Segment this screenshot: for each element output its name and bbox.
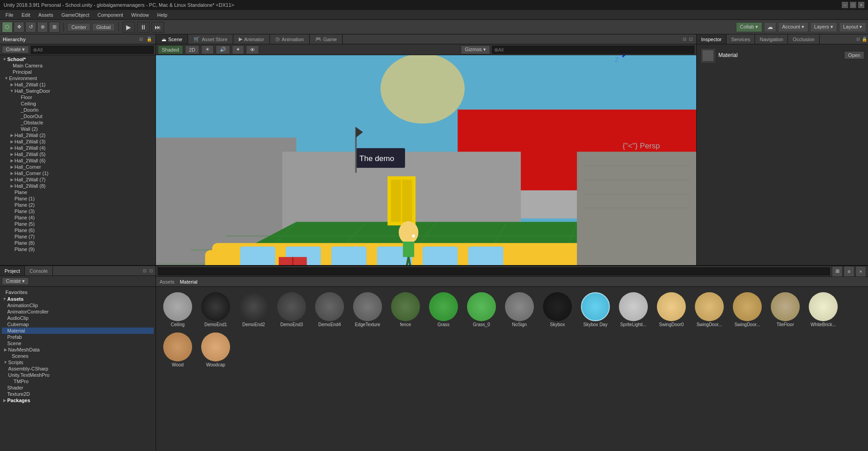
tree-item-principal[interactable]: Principal (0, 69, 156, 75)
tree-item-material[interactable]: Material (2, 328, 154, 334)
asset-item-ceiling[interactable]: Ceiling (160, 290, 196, 329)
project-collapse[interactable]: ⊟ (142, 268, 147, 273)
tree-item-hall2wall7[interactable]: ▶ Hall_2Wall (7) (0, 176, 156, 183)
cloud-button[interactable]: ☁ (764, 22, 776, 32)
tree-arrow[interactable]: ▶ (9, 139, 14, 144)
tree-item-wall2[interactable]: Wall (2) (0, 126, 156, 132)
asset-item-grass0[interactable]: Grass_0 (463, 290, 500, 329)
tree-item-animatorcontroller[interactable]: AnimatorController (2, 309, 154, 315)
inspector-lock[interactable]: 🔒 (861, 37, 868, 42)
asset-item-woodcap[interactable]: Woodcap (198, 331, 234, 369)
asset-item-demoend3[interactable]: DemoEnd3 (274, 290, 310, 329)
tree-item-plane6[interactable]: Plane (6) (0, 227, 156, 233)
menu-help[interactable]: Help (153, 11, 171, 19)
asset-item-swingdoor1[interactable]: SwingDoor... (691, 290, 727, 329)
tree-item-hall2wall2[interactable]: ▶ Hall_2Wall (2) (0, 132, 156, 138)
asset-item-spritelighting[interactable]: SpriteLighti... (615, 290, 651, 329)
tree-item-plane1[interactable]: Plane (1) (0, 195, 156, 202)
tree-item-doorin[interactable]: _DoorIn (0, 107, 156, 113)
search-sort-button[interactable]: ≡ (844, 266, 854, 277)
audio-toggle[interactable]: 🔊 (216, 45, 230, 54)
tree-item-hall2wall5[interactable]: ▶ Hall_2Wall (5) (0, 151, 156, 157)
effects-toggle[interactable]: ✦ (232, 45, 244, 54)
breadcrumb-material[interactable]: Material (180, 279, 198, 285)
asset-search[interactable] (158, 267, 830, 275)
layout-dropdown[interactable]: Layout ▾ (839, 22, 866, 32)
hierarchy-collapse[interactable]: ⊟ (138, 37, 144, 42)
maximize-button[interactable]: □ (850, 2, 856, 8)
tree-item-packages[interactable]: ▶ Packages (2, 397, 154, 404)
scene-maximize[interactable]: ⊡ (688, 37, 693, 42)
tree-item-texture2d[interactable]: Texture2D (2, 391, 154, 397)
pause-button[interactable]: ⏸ (137, 22, 150, 33)
tree-arrow[interactable]: ▶ (9, 146, 14, 150)
tree-item-scenes[interactable]: Scenes (2, 353, 154, 359)
tree-arrow[interactable]: ▶ (9, 133, 14, 138)
asset-item-tilefloor[interactable]: TileFloor (767, 290, 803, 329)
tree-item-shader[interactable]: Shader (2, 385, 154, 391)
project-maximize[interactable]: ⊡ (148, 268, 154, 273)
scene-search[interactable] (492, 46, 694, 54)
tree-item-assets[interactable]: ▼ Assets (2, 296, 154, 302)
tree-item-plane4[interactable]: Plane (4) (0, 214, 156, 221)
tree-arrow[interactable]: ▼ (4, 76, 9, 81)
asset-item-skyboxday[interactable]: Skybox Day (577, 290, 613, 329)
minimize-button[interactable]: − (842, 2, 848, 8)
tree-item-plane9[interactable]: Plane (9) (0, 246, 156, 252)
search-close-button[interactable]: × (855, 266, 866, 277)
tool-rect[interactable]: ⊞ (49, 22, 60, 33)
hierarchy-create-button[interactable]: Create ▾ (2, 46, 29, 53)
project-create-button[interactable]: Create ▾ (2, 277, 29, 285)
tree-item-hall2wall4[interactable]: ▶ Hall_2Wall (4) (0, 145, 156, 151)
menu-edit[interactable]: Edit (18, 11, 34, 19)
menu-component[interactable]: Component (94, 11, 127, 19)
tree-arrow[interactable]: ▶ (2, 398, 7, 403)
tree-item-floor[interactable]: Floor (0, 94, 156, 100)
menu-assets[interactable]: Assets (35, 11, 57, 19)
tree-item-tmpro[interactable]: TMPro (2, 378, 154, 385)
hierarchy-lock[interactable]: 🔒 (146, 37, 153, 42)
tree-item-scripts[interactable]: ▼ Scripts (2, 359, 154, 366)
tree-item-hall2wall8[interactable]: ▶ Hall_2Wall (8) (0, 183, 156, 189)
search-filter-button[interactable]: ⊞ (832, 266, 843, 277)
tree-arrow[interactable]: ▶ (9, 158, 14, 163)
asset-item-fence[interactable]: fence (387, 290, 424, 329)
account-dropdown[interactable]: Account ▾ (778, 22, 808, 32)
2d-toggle[interactable]: 2D (185, 45, 199, 54)
asset-item-whitebrick[interactable]: WhiteBrick... (805, 290, 841, 329)
tree-arrow[interactable]: ▼ (2, 297, 7, 301)
tree-item-hallswingdoor[interactable]: ▼ Hall_SwingDoor (0, 88, 156, 94)
tree-item-scene[interactable]: Scene (2, 340, 154, 347)
center-toggle[interactable]: Center (67, 23, 90, 31)
menu-gameobject[interactable]: GameObject (58, 11, 93, 19)
asset-item-demoend4[interactable]: DemoEnd4 (311, 290, 348, 329)
close-button[interactable]: × (858, 2, 864, 8)
tab-console[interactable]: Console (25, 266, 52, 275)
tree-arrow[interactable]: ▼ (2, 57, 7, 62)
tree-item-maincamera[interactable]: Main Camera (0, 62, 156, 69)
play-button[interactable]: ▶ (123, 22, 135, 33)
tab-asset-store[interactable]: 🛒 Asset Store (188, 34, 233, 44)
tool-move[interactable]: ✥ (14, 22, 24, 33)
hidden-toggle[interactable]: 👁 (246, 45, 259, 54)
tree-item-plane2[interactable]: Plane (2) (0, 202, 156, 208)
collab-button[interactable]: Collab ▾ (736, 22, 762, 32)
tool-rotate[interactable]: ↺ (25, 22, 36, 33)
tree-item-plane7[interactable]: Plane (7) (0, 233, 156, 240)
tree-item-plane5[interactable]: Plane (5) (0, 221, 156, 227)
open-button[interactable]: Open (844, 51, 864, 59)
menu-file[interactable]: File (2, 11, 17, 19)
menu-window[interactable]: Window (127, 11, 152, 19)
step-button[interactable]: ⏭ (151, 22, 164, 33)
tree-item-ceiling[interactable]: Ceiling (0, 100, 156, 107)
tree-item-environment[interactable]: ▼ Environment (0, 75, 156, 81)
tree-item-cubemap[interactable]: Cubemap (2, 321, 154, 328)
tree-arrow[interactable]: ▼ (3, 360, 8, 365)
tree-arrow[interactable]: ▶ (9, 82, 14, 87)
hierarchy-search[interactable] (31, 46, 154, 54)
tool-scale[interactable]: ⊕ (37, 22, 48, 33)
tool-hand[interactable]: ⬡ (2, 22, 13, 33)
scene-collapse[interactable]: ⊟ (682, 37, 687, 42)
scene-view[interactable]: SUB LOOHCS (156, 55, 696, 265)
asset-item-demoend1[interactable]: DemoEnd1 (198, 290, 234, 329)
